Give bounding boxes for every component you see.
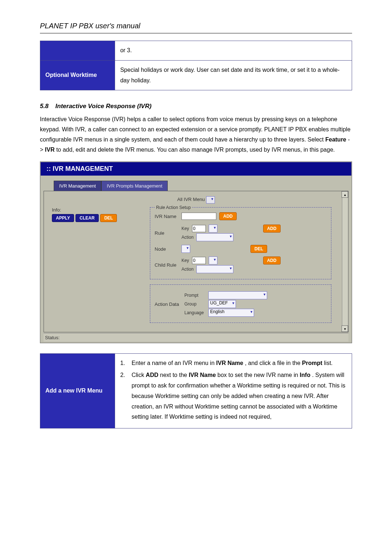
screenshot-header: :: IVR MANAGEMENT: [41, 162, 351, 176]
step-2-text: Click ADD next to the IVR Name box to se…: [132, 370, 347, 422]
text: next to the: [160, 372, 189, 378]
rule-key-label: Key: [181, 226, 189, 231]
action-data-label: Action Data: [155, 301, 181, 307]
tab-ivr-prompts-management[interactable]: IVR Prompts Management: [101, 181, 168, 191]
bold-info: Info: [300, 372, 310, 378]
worktime-cell-1: or 3.: [115, 41, 352, 61]
scroll-down-icon[interactable]: ▾: [342, 325, 348, 332]
worktime-blank-header: [40, 41, 115, 61]
title-divider: [40, 33, 352, 33]
rule-key-input[interactable]: [192, 225, 206, 232]
child-rule-row: Child Rule Key ADD Acti: [155, 256, 327, 274]
para-text: Interactive Voice Response (IVR) helps a…: [40, 116, 351, 143]
ivr-name-add-button[interactable]: ADD: [219, 212, 237, 220]
para-bold-ivr: IVR: [45, 147, 55, 153]
child-key-label: Key: [181, 258, 189, 263]
language-label: Language: [184, 310, 205, 315]
text: list.: [324, 360, 333, 366]
clear-button[interactable]: CLEAR: [75, 214, 98, 222]
bold-ivr-name: IVR Name: [189, 372, 216, 378]
add-ivr-body: 1. Enter a name of an IVR menu in IVR Na…: [115, 354, 352, 428]
ivr-name-row: IVR Name ADD: [155, 212, 327, 220]
rule-action-fieldset: Rule Action Setup IVR Name ADD Rule Key: [150, 207, 331, 279]
ivr-name-input[interactable]: [181, 213, 216, 220]
step-1: 1. Enter a name of an IVR menu in IVR Na…: [120, 358, 347, 369]
right-column: Rule Action Setup IVR Name ADD Rule Key: [150, 207, 331, 323]
node-row: Node DEL: [155, 245, 327, 253]
rule-add-button[interactable]: ADD: [263, 225, 281, 233]
child-action-select[interactable]: [196, 265, 233, 273]
section-heading: 5.8 Interactive Voice Response (IVR): [40, 103, 352, 110]
worktime-table: or 3. Optional Worktime Special holidays…: [40, 41, 352, 90]
tab-row: IVR Management IVR Prompts Management: [54, 181, 351, 191]
node-select[interactable]: [181, 245, 190, 253]
status-bar: Status:: [44, 333, 348, 342]
bold-prompt: Prompt: [302, 360, 322, 366]
bold-add: ADD: [146, 372, 159, 378]
prompt-select[interactable]: [208, 291, 267, 299]
tab-ivr-management[interactable]: IVR Management: [54, 181, 101, 191]
section-title: Interactive Voice Response (IVR): [56, 103, 152, 110]
language-select[interactable]: English: [208, 309, 254, 317]
rule-label: Rule: [155, 230, 179, 236]
group-label: Group: [184, 301, 205, 307]
step-2: 2. Click ADD next to the IVR Name box to…: [120, 370, 347, 422]
action-data-fieldset: Action Data Prompt Group UG_DEF: [150, 284, 331, 323]
text: Click: [132, 372, 146, 378]
text: . System will prompt to ask for confirma…: [132, 372, 346, 420]
para-bold-feature: Feature: [325, 136, 346, 143]
del-button[interactable]: DEL: [100, 214, 117, 222]
section-number: 5.8: [40, 103, 49, 110]
rule-action-select[interactable]: [196, 233, 233, 241]
all-ivr-menu-select[interactable]: [206, 196, 215, 204]
all-ivr-menu-label: All IVR Menu: [177, 197, 205, 202]
doc-title: PLANET IP PBX user's manual: [40, 22, 352, 30]
child-key-select[interactable]: [209, 257, 217, 264]
panel-body: ▴ ▾ All IVR Menu Info: APPLY CLEAR DEL R…: [44, 191, 348, 332]
child-key-input[interactable]: [192, 257, 206, 264]
action-data-row: Action Data Prompt Group UG_DEF: [155, 291, 327, 317]
optional-worktime-header: Optional Worktime: [40, 60, 115, 90]
rule-key-select[interactable]: [209, 225, 217, 233]
text: box to set the new IVR name in: [217, 372, 300, 378]
child-rule-label: Child Rule: [155, 262, 179, 268]
step-2-number: 2.: [120, 370, 125, 422]
node-del-button[interactable]: DEL: [250, 245, 267, 253]
all-ivr-menu-row: All IVR Menu: [52, 196, 340, 204]
ivr-screenshot: :: IVR MANAGEMENT IVR Management IVR Pro…: [40, 161, 352, 343]
rule-action-label: Action: [181, 235, 193, 240]
ivr-name-label: IVR Name: [155, 214, 179, 219]
rule-row: Rule Key ADD Action: [155, 224, 327, 242]
apply-button[interactable]: APPLY: [52, 214, 74, 222]
step-1-text: Enter a name of an IVR menu in IVR Name …: [132, 358, 347, 369]
step-1-number: 1.: [120, 358, 125, 369]
child-action-label: Action: [181, 267, 193, 272]
node-label: Node: [155, 246, 179, 252]
bold-ivr-name: IVR Name: [216, 360, 244, 366]
fieldset-legend: Rule Action Setup: [155, 205, 192, 210]
child-rule-add-button[interactable]: ADD: [263, 257, 281, 264]
text: Enter a name of an IVR menu in: [132, 360, 216, 366]
para-text: to add, edit and delete the IVR menus. Y…: [56, 147, 335, 153]
prompt-label: Prompt: [184, 293, 205, 298]
section-paragraph: Interactive Voice Response (IVR) helps a…: [40, 114, 352, 155]
add-ivr-table: Add a new IVR Menu 1. Enter a name of an…: [40, 353, 352, 428]
text: , and click a file in the: [245, 360, 302, 366]
optional-worktime-cell: Special holidays or work day. User can s…: [115, 60, 352, 90]
add-ivr-header: Add a new IVR Menu: [40, 354, 115, 428]
scroll-up-icon[interactable]: ▴: [342, 191, 348, 198]
info-label: Info:: [52, 207, 143, 213]
left-column: Info: APPLY CLEAR DEL: [52, 207, 143, 222]
group-select[interactable]: UG_DEF: [208, 300, 236, 308]
